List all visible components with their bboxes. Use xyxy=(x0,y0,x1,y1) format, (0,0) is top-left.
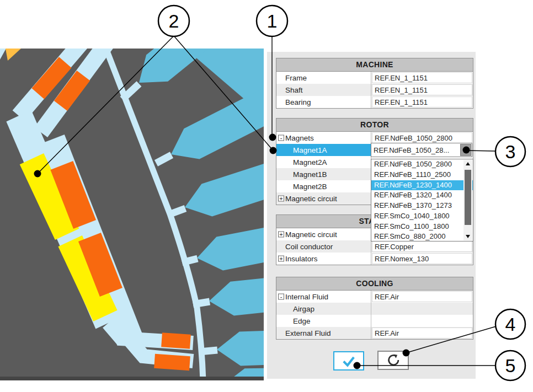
callout-number-3: 3 xyxy=(505,141,516,162)
view-bottom-edge xyxy=(0,377,264,380)
row-value-cell[interactable]: REF.Copper xyxy=(371,240,473,253)
row-label-cell[interactable]: Magnet2A xyxy=(276,156,371,168)
row-value[interactable]: REF.Air xyxy=(372,291,472,302)
machine-row-frame[interactable]: FrameREF.EN_1_1151 xyxy=(276,72,473,84)
dropdown-scrollbar[interactable] xyxy=(463,160,472,240)
row-value[interactable]: REF.NdFeB_1050_2800 xyxy=(372,132,472,143)
row-value-cell[interactable]: REF.Air xyxy=(371,327,473,339)
row-label-cell[interactable]: Coil conductor xyxy=(276,240,371,253)
row-label: Magnetic circuit xyxy=(285,195,337,203)
row-value[interactable]: REF.EN_1_1151 xyxy=(372,96,472,108)
row-value-cell[interactable]: REF.Nomex_130 xyxy=(371,253,473,265)
row-label-cell[interactable]: Frame xyxy=(276,72,371,84)
row-label-cell[interactable]: -Internal Fluid xyxy=(276,291,371,303)
row-label: Edge xyxy=(293,317,311,325)
dropdown-item-0[interactable]: REF.NdFeB_1050_2800 xyxy=(371,159,473,170)
row-label-cell[interactable]: +Magnetic circuit xyxy=(276,228,371,240)
expand-icon[interactable]: + xyxy=(278,232,284,238)
cooling-row-internal-fluid[interactable]: -Internal FluidREF.Air xyxy=(276,291,473,303)
dropdown-item-4[interactable]: REF.NdFeB_1370_1273 xyxy=(371,201,473,211)
collapse-icon[interactable]: - xyxy=(278,135,284,141)
scroll-up-button[interactable] xyxy=(463,160,472,168)
counterclockwise-arrow-icon xyxy=(386,353,401,368)
dropdown-item-2[interactable]: REF.NdFeB_1230_1400 xyxy=(371,180,473,191)
magnet-orange-bottom-inner xyxy=(154,354,190,370)
reset-button[interactable] xyxy=(377,351,409,370)
callout-circle-2 xyxy=(158,6,189,36)
row-label-cell[interactable]: +Magnetic circuit xyxy=(276,192,371,205)
confirm-button[interactable] xyxy=(333,351,364,370)
row-label-cell[interactable]: Magnet1A xyxy=(276,144,371,156)
material-assignment-screen: MACHINEFrameREF.EN_1_1151ShaftREF.EN_1_1… xyxy=(0,0,533,392)
row-label-cell[interactable]: Bearing xyxy=(276,96,371,108)
machine-row-bearing[interactable]: BearingREF.EN_1_1151 xyxy=(276,96,473,108)
row-label-cell[interactable]: Magnet1B xyxy=(276,168,371,180)
row-value-cell[interactable]: REF.Air xyxy=(371,291,473,303)
cooling-row-airgap[interactable]: Airgap xyxy=(276,303,473,315)
row-label-cell[interactable]: -Magnets xyxy=(276,132,371,144)
stator-row-coil-conductor[interactable]: Coil conductorREF.Copper xyxy=(276,240,473,253)
material-combobox[interactable]: REF.NdFeB_1050_28... xyxy=(371,143,472,157)
row-value-cell[interactable]: REF.EN_1_1151 xyxy=(371,96,473,108)
combobox-value: REF.NdFeB_1050_28... xyxy=(371,146,460,154)
row-label: Magnets xyxy=(285,134,314,142)
expand-icon[interactable]: + xyxy=(278,256,284,262)
cooling-row-external-fluid[interactable]: External FluidREF.Air xyxy=(276,327,473,339)
row-value[interactable]: REF.Copper xyxy=(372,241,472,252)
row-value-cell[interactable]: REF.EN_1_1151 xyxy=(371,72,473,84)
callout-number-5: 5 xyxy=(505,355,516,376)
dropdown-item-7[interactable]: REF.SmCo_880_2000 xyxy=(371,232,473,242)
row-value-cell[interactable] xyxy=(371,315,473,327)
row-label-cell[interactable]: Airgap xyxy=(276,303,371,315)
row-value-cell[interactable]: REF.NdFeB_1050_2800 xyxy=(371,132,473,144)
row-value-cell[interactable]: REF.EN_1_1151 xyxy=(371,84,473,96)
row-label-cell[interactable]: Shaft xyxy=(276,84,371,96)
machine-table-title: MACHINE xyxy=(276,58,473,72)
scroll-down-button[interactable] xyxy=(463,233,472,240)
machine-row-shaft[interactable]: ShaftREF.EN_1_1151 xyxy=(276,84,473,96)
row-label-cell[interactable]: Magnet2B xyxy=(276,180,371,192)
callout-circle-4 xyxy=(495,309,525,339)
dropdown-item-3[interactable]: REF.NdFeB_1320_1400 xyxy=(371,190,473,201)
dropdown-item-5[interactable]: REF.SmCo_1040_1800 xyxy=(371,211,473,222)
row-value[interactable]: REF.Air xyxy=(372,327,472,339)
row-label: Airgap xyxy=(293,305,315,313)
stator-row-insulators[interactable]: +InsulatorsREF.Nomex_130 xyxy=(276,253,473,265)
combobox-dropdown-button[interactable] xyxy=(460,144,471,156)
callout-number-2: 2 xyxy=(169,10,179,31)
row-label: Magnetic circuit xyxy=(285,230,337,239)
row-label: External Fluid xyxy=(285,329,331,337)
callout-number-1: 1 xyxy=(267,10,278,31)
callout-circle-5 xyxy=(495,351,525,380)
rotor-row-magnets[interactable]: -MagnetsREF.NdFeB_1050_2800 xyxy=(276,132,473,144)
row-label-cell[interactable]: +Insulators xyxy=(276,253,371,265)
dropdown-item-6[interactable]: REF.SmCo_1100_1800 xyxy=(371,222,473,232)
cooling-table: COOLING-Internal FluidREF.AirAirgapEdgeE… xyxy=(276,277,473,340)
rotor-table-title: ROTOR xyxy=(276,119,473,132)
triangle-down-icon xyxy=(463,148,468,152)
callout-circle-1 xyxy=(257,6,287,36)
row-label-cell[interactable]: Edge xyxy=(276,315,371,327)
cooling-row-edge[interactable]: Edge xyxy=(276,315,473,327)
row-value[interactable]: REF.EN_1_1151 xyxy=(372,72,472,83)
expand-icon[interactable]: + xyxy=(278,196,284,202)
triangle-down-icon xyxy=(466,235,470,238)
callout-number-4: 4 xyxy=(505,314,516,335)
row-label: Shaft xyxy=(285,86,303,94)
scrollbar-thumb[interactable] xyxy=(465,170,471,225)
row-label-cell[interactable]: External Fluid xyxy=(276,327,371,339)
motor-cross-section-view[interactable] xyxy=(0,49,264,380)
row-label: Magnet1A xyxy=(293,146,327,154)
row-label: Internal Fluid xyxy=(285,293,328,301)
machine-table: MACHINEFrameREF.EN_1_1151ShaftREF.EN_1_1… xyxy=(276,58,473,109)
row-value[interactable]: REF.EN_1_1151 xyxy=(372,84,472,95)
row-value[interactable]: REF.Nomex_130 xyxy=(372,253,472,264)
tooth-stem-5 xyxy=(193,302,210,304)
row-label: Frame xyxy=(285,74,307,82)
tooth-stem-4 xyxy=(182,259,198,262)
dropdown-item-1[interactable]: REF.NdFeB_1110_2500 xyxy=(371,170,473,180)
row-value-cell[interactable] xyxy=(371,303,473,315)
collapse-icon[interactable]: - xyxy=(278,294,284,300)
triangle-up-icon xyxy=(466,162,470,165)
row-label: Magnet1B xyxy=(293,170,327,179)
